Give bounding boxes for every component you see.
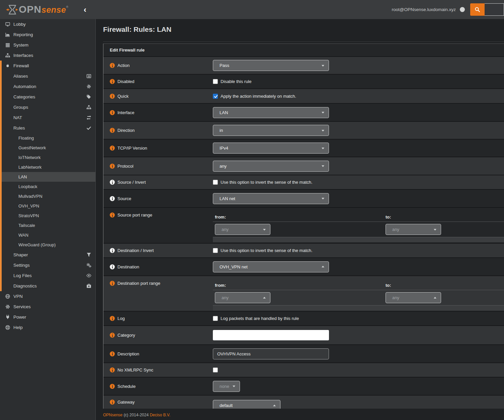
category-input[interactable] — [213, 330, 329, 340]
destination-port-from-select[interactable]: any — [215, 292, 270, 303]
sidebar-item-label: Shaper — [13, 252, 28, 257]
sidebar-item-shaper[interactable]: Shaper — [2, 250, 95, 260]
info-icon[interactable] — [110, 281, 115, 286]
info-icon[interactable] — [110, 400, 115, 405]
life-ring-icon — [5, 325, 10, 330]
no-xmlrpc-sync-checkbox[interactable] — [213, 367, 218, 372]
form-row-action: Action Pass — [103, 57, 504, 75]
interface-select[interactable]: LAN — [213, 107, 329, 118]
chevron-down-icon — [322, 165, 324, 167]
sidebar-item-label: OVH_VPN — [18, 203, 39, 208]
field-label: Gateway — [117, 400, 135, 405]
sidebar-item-rules-labnetwork[interactable]: LabNetwork — [2, 162, 95, 172]
field-label: Description — [117, 351, 139, 356]
port-range-header: from: to: — [213, 211, 504, 222]
sidebar-item-groups[interactable]: Groups — [2, 102, 95, 112]
field-label: Protocol — [117, 164, 134, 169]
field-label: TCP/IP Version — [117, 146, 147, 151]
search-button[interactable] — [470, 3, 485, 16]
chevron-up-icon — [322, 266, 324, 267]
opnsense-footer-link[interactable]: OPNsense — [103, 413, 122, 417]
log-checkbox[interactable] — [213, 316, 218, 321]
sidebar-item-rules-ovh-vpn[interactable]: OVH_VPN — [2, 201, 95, 211]
info-icon[interactable] — [110, 316, 115, 321]
sitemap-icon — [5, 53, 10, 58]
sidebar-item-power[interactable]: Power — [0, 312, 95, 322]
tcpip-version-select[interactable]: IPv4 — [213, 143, 329, 154]
sidebar-item-diagnostics[interactable]: Diagnostics — [2, 281, 95, 291]
status-dot — [460, 7, 465, 12]
action-select[interactable]: Pass — [213, 60, 329, 71]
schedule-select[interactable]: none — [213, 381, 240, 392]
sidebar-item-rules-stratovpn[interactable]: StratoVPN — [2, 211, 95, 221]
gateway-select[interactable]: default — [213, 400, 280, 409]
info-icon[interactable] — [110, 128, 115, 133]
info-icon[interactable] — [110, 384, 115, 389]
info-icon[interactable] — [110, 248, 115, 253]
sidebar-item-firewall[interactable]: Firewall — [2, 61, 95, 71]
sidebar-item-label: WAN — [18, 233, 28, 238]
sidebar-item-vpn[interactable]: VPN — [0, 291, 95, 302]
sidebar-item-rules-iotnetwork[interactable]: IoTNetwork — [2, 153, 95, 162]
search-input[interactable] — [485, 3, 504, 16]
sidebar-item-lobby[interactable]: Lobby — [0, 19, 95, 29]
deciso-footer-link[interactable]: Deciso B.V. — [150, 413, 170, 417]
sidebar-item-system[interactable]: System — [0, 40, 95, 50]
sidebar-item-rules-loopback[interactable]: Loopback — [2, 182, 95, 191]
from-label: from: — [213, 283, 226, 288]
info-icon[interactable] — [110, 63, 115, 68]
sidebar-item-nat[interactable]: NAT — [2, 112, 95, 123]
source-port-to-select[interactable]: any — [386, 224, 441, 235]
info-icon[interactable] — [110, 196, 115, 201]
description-input[interactable] — [213, 348, 329, 359]
field-label: Destination port range — [117, 281, 160, 286]
info-icon[interactable] — [110, 351, 115, 356]
info-icon[interactable] — [110, 110, 115, 115]
sidebar-item-rules-guestnetwork[interactable]: GuestNetwork — [2, 143, 95, 153]
sidebar-item-categories[interactable]: Categories — [2, 92, 95, 102]
sidebar-item-rules-mullvadvpn[interactable]: MullvadVPN — [2, 191, 95, 201]
sidebar-item-rules-lan[interactable]: LAN — [2, 172, 95, 182]
destination-select[interactable]: OVH_VPN net — [213, 261, 329, 272]
form-row-schedule: Schedule none — [103, 377, 504, 396]
protocol-select[interactable]: any — [213, 161, 329, 172]
sidebar-item-rules-tailscale[interactable]: Tailscale — [2, 221, 95, 230]
info-icon[interactable] — [110, 79, 115, 84]
sidebar-item-rules-floating[interactable]: Floating — [2, 133, 95, 143]
info-icon[interactable] — [110, 180, 115, 185]
info-icon[interactable] — [110, 213, 115, 218]
sidebar-item-interfaces[interactable]: Interfaces — [0, 50, 95, 61]
source-invert-checkbox[interactable] — [213, 180, 218, 185]
info-icon[interactable] — [110, 146, 115, 151]
info-icon[interactable] — [110, 367, 115, 372]
source-port-from-select[interactable]: any — [215, 224, 270, 235]
quick-checkbox[interactable] — [213, 94, 218, 99]
logo-text-opn: OPN — [19, 3, 41, 15]
opnsense-logo[interactable]: OPNsense® — [5, 3, 68, 16]
info-icon[interactable] — [110, 264, 115, 269]
destination-port-to-select[interactable]: any — [386, 292, 441, 303]
field-label: Category — [117, 333, 135, 338]
sidebar-item-settings[interactable]: Settings — [2, 260, 95, 270]
info-icon[interactable] — [110, 94, 115, 99]
info-icon[interactable] — [110, 164, 115, 169]
sidebar-item-aliases[interactable]: Aliases — [2, 71, 95, 81]
panel-title: Edit Firewall rule — [103, 44, 504, 57]
sidebar-item-rules-wan[interactable]: WAN — [2, 230, 95, 240]
sidebar-item-rules-wireguard-group[interactable]: WireGuard (Group) — [2, 240, 95, 250]
sidebar-item-services[interactable]: Services — [0, 302, 95, 312]
direction-select[interactable]: in — [213, 125, 329, 136]
sidebar-item-log-files[interactable]: Log Files — [2, 270, 95, 281]
sidebar-item-help[interactable]: Help — [0, 322, 95, 333]
form-row-no-xmlrpc-sync: No XMLRPC Sync — [103, 363, 504, 377]
sidebar-collapse-icon[interactable]: ‹ — [84, 6, 86, 13]
source-select[interactable]: LAN net — [213, 193, 329, 204]
page-footer: OPNsense (c) 2014-2024 Deciso B.V. — [103, 413, 504, 417]
info-icon[interactable] — [110, 333, 115, 338]
disabled-checkbox[interactable] — [213, 79, 218, 84]
chevron-down-icon — [322, 65, 324, 67]
destination-invert-checkbox[interactable] — [213, 248, 218, 253]
sidebar-item-rules[interactable]: Rules — [2, 123, 95, 133]
sidebar-item-automation[interactable]: Automation — [2, 81, 95, 92]
sidebar-item-reporting[interactable]: Reporting — [0, 29, 95, 40]
